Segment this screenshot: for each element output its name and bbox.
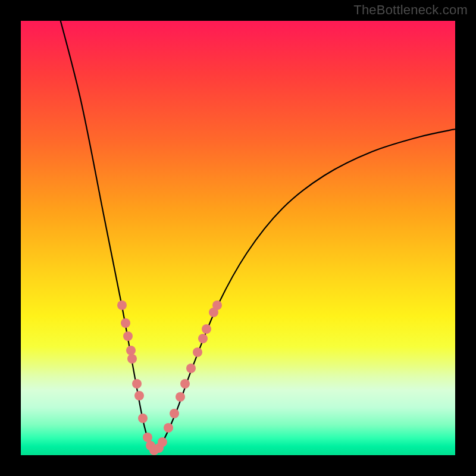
watermark-text: TheBottleneck.com <box>353 2 468 18</box>
data-marker <box>126 346 136 355</box>
data-marker <box>212 300 222 310</box>
data-marker <box>117 300 127 310</box>
data-marker <box>186 364 196 373</box>
curve-layer <box>21 21 455 455</box>
plot-area <box>21 21 455 455</box>
data-marker <box>143 433 152 442</box>
data-marker <box>180 379 190 389</box>
data-marker <box>121 318 130 328</box>
data-marker <box>127 354 137 364</box>
data-marker <box>164 423 173 433</box>
marker-group <box>117 300 222 455</box>
data-marker <box>123 331 133 341</box>
data-marker <box>138 414 148 423</box>
data-marker <box>134 391 144 400</box>
data-marker <box>198 334 208 343</box>
chart-container: TheBottleneck.com <box>0 0 476 476</box>
data-marker <box>202 324 211 334</box>
bottleneck-curve <box>54 21 455 452</box>
data-marker <box>158 437 167 447</box>
data-marker <box>170 409 179 418</box>
data-marker <box>176 392 185 402</box>
data-marker <box>132 379 142 389</box>
data-marker <box>193 347 202 357</box>
